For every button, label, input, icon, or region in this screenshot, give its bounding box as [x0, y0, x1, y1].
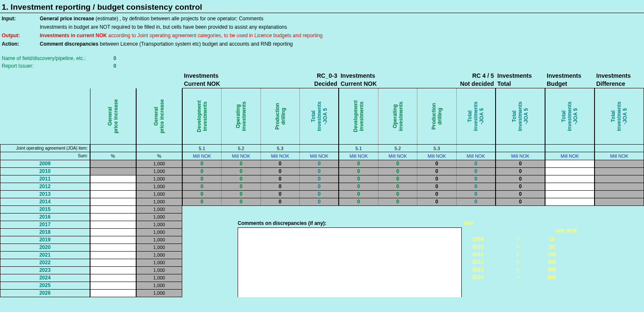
gpi-cell[interactable] — [90, 282, 136, 290]
data-cell: 0 — [496, 191, 545, 198]
data-cell: 0 — [260, 183, 299, 190]
gpi-cell[interactable] — [90, 213, 136, 221]
sum-row-label: Sum: — [0, 152, 90, 160]
gpi-cell: 1,000 — [136, 213, 182, 221]
data-cell[interactable] — [545, 191, 594, 198]
year-cell: 2019 — [0, 236, 90, 244]
data-cell: 0 — [456, 198, 495, 205]
rot-header-row: Totalinvestments-JOA 5 — [545, 88, 595, 144]
data-cell: 0 — [183, 198, 221, 205]
joa-code: 5.2 — [221, 145, 260, 152]
gpi-column: Generalprice increase%1,0001,0001,0001,0… — [136, 71, 182, 297]
group-header: Investments Total — [496, 71, 545, 88]
inv-group-1col: Investments Difference Totalinvestments-… — [595, 71, 644, 297]
data-cell: 0 — [299, 168, 338, 175]
data-cell[interactable] — [545, 175, 594, 183]
data-cell[interactable] — [545, 183, 594, 190]
data-row — [545, 160, 595, 168]
data-cell: 0 — [378, 183, 417, 190]
rot-header-row: Totalinvestments-JOA 5 — [496, 88, 545, 144]
unit-row: Mill NOKMill NOKMill NOKMill NOK — [339, 152, 496, 160]
data-row: 0 — [496, 183, 545, 191]
year-cell: 2013 — [0, 191, 90, 198]
gpi-cell[interactable] — [90, 252, 136, 259]
year-cell: 2026 — [0, 290, 90, 297]
data-row: 0000 — [339, 168, 496, 175]
joa-codes-row: 5.15.25.3 — [182, 144, 339, 152]
data-row: 0 — [496, 198, 545, 206]
gpi-cell[interactable] — [90, 267, 136, 274]
action-text: Comment discrepancies between Licence (T… — [40, 40, 293, 48]
year-cell: 2011 — [0, 175, 90, 183]
gpi-cell: 1,000 — [136, 206, 182, 213]
data-cell[interactable] — [545, 198, 594, 205]
data-cell: 0 — [299, 160, 338, 167]
rot-header-row: Developmentinvestments Operatinginvestme… — [182, 88, 339, 144]
yellow-row: 2009 + 10 — [463, 235, 581, 243]
gpi-cell[interactable] — [90, 221, 136, 229]
gpi-cell[interactable] — [90, 290, 136, 297]
data-row — [545, 191, 595, 198]
gpi-cell[interactable] — [90, 206, 136, 213]
gpi-cell: 1,000 — [136, 252, 182, 259]
gpi-cell[interactable] — [90, 244, 136, 252]
year-column: Joint operating agreement (JOA) item:Sum… — [0, 71, 90, 297]
output-text: Investments in current NOK according to … — [40, 32, 323, 39]
joa-code: 5.1 — [183, 145, 221, 152]
gpi-cell[interactable] — [90, 175, 136, 183]
data-cell — [595, 175, 644, 183]
data-row: 0000 — [339, 183, 496, 191]
data-cell[interactable] — [545, 168, 594, 175]
data-row: 0000 — [182, 198, 339, 206]
data-cell: 0 — [299, 191, 338, 198]
data-cell: 0 — [339, 183, 378, 190]
gpi-rot-header: Generalprice increase — [136, 88, 182, 144]
data-cell: 0 — [183, 160, 221, 167]
issuer-label: Report Issuer: — [2, 63, 93, 69]
data-cell: 0 — [339, 160, 378, 167]
data-cell: 0 — [221, 160, 260, 167]
data-cell: 0 — [496, 198, 545, 205]
year-cell: 2020 — [0, 244, 90, 252]
data-row — [595, 183, 644, 191]
unit-cell: Mill NOK — [378, 152, 417, 160]
joa-code — [299, 145, 338, 152]
unit-cell: Mill NOK — [299, 152, 338, 160]
data-cell[interactable] — [545, 160, 594, 167]
gpi-cell[interactable] — [90, 274, 136, 282]
data-cell: 0 — [339, 175, 378, 183]
gpi-cell[interactable] — [90, 198, 136, 206]
gpi-rot-header: Generalprice increase — [90, 88, 136, 144]
year-cell: 2012 — [0, 183, 90, 191]
group-header: Investments RC_0-3 Current NOK Decided — [182, 71, 339, 88]
data-row — [545, 175, 595, 183]
year-cell: 2009 — [0, 160, 90, 168]
data-cell — [595, 160, 644, 167]
data-row: 0 — [496, 160, 545, 168]
data-row: 0000 — [182, 191, 339, 198]
data-row — [595, 175, 644, 183]
yellow-row: 2014 + 600 — [463, 274, 581, 281]
data-row: 0000 — [339, 191, 496, 198]
data-cell: 0 — [456, 160, 495, 167]
comments-textarea[interactable] — [238, 227, 462, 297]
gpi-cell[interactable] — [90, 229, 136, 236]
joa-code: 5.2 — [378, 145, 417, 152]
data-cell: 0 — [496, 168, 545, 175]
data-cell: 0 — [417, 191, 456, 198]
data-cell: 0 — [378, 168, 417, 175]
gpi-cell: 1,000 — [136, 229, 182, 236]
data-row: 0000 — [182, 183, 339, 191]
data-cell: 0 — [339, 168, 378, 175]
field-name-label: Name of field/discovery/pipeline, etc.: — [2, 55, 93, 61]
unit-cell: Mill NOK — [496, 152, 545, 160]
data-cell: 0 — [378, 160, 417, 167]
data-cell: 0 — [183, 175, 221, 183]
gpi-cell[interactable] — [90, 259, 136, 267]
year-cell: 2017 — [0, 221, 90, 229]
gpi-cell[interactable] — [90, 236, 136, 244]
gpi-cell[interactable] — [90, 191, 136, 198]
unit-cell: Mill NOK — [456, 152, 495, 160]
data-cell: 0 — [183, 191, 221, 198]
gpi-cell[interactable] — [90, 183, 136, 191]
